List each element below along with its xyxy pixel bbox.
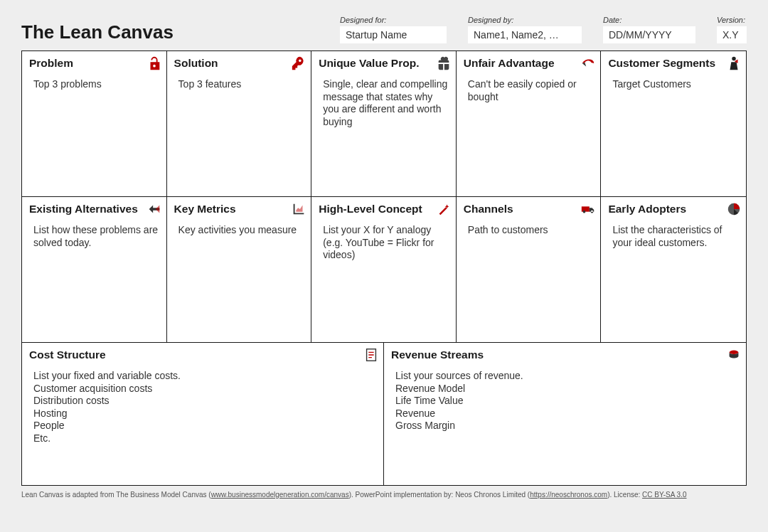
block-channels: Channels Path to customers — [457, 197, 602, 343]
cost-line: Etc. — [33, 432, 376, 445]
date-label: Date: — [603, 16, 695, 24]
footer-link-neos[interactable]: https://neoschronos.com — [530, 491, 607, 499]
chart-icon — [291, 201, 306, 217]
designed-by-label: Designed by: — [468, 16, 582, 24]
cost-line: List your fixed and variable costs. — [33, 370, 376, 383]
cost-line: Distribution costs — [33, 395, 376, 408]
designed-by-input[interactable] — [468, 26, 582, 43]
existing-body: List how these problems are solved today… — [29, 224, 159, 249]
version-input[interactable] — [717, 26, 747, 43]
footer-text: ). PowerPoint implementation by: Neos Ch… — [349, 491, 530, 499]
canvas-grid: Problem Top 3 problems Solution Top 3 fe… — [21, 50, 747, 486]
early-title: Early Adopters — [608, 203, 739, 216]
wand-icon — [436, 201, 452, 217]
version-label: Version: — [717, 16, 747, 24]
block-existing: Existing Alternatives List how these pro… — [22, 197, 167, 343]
block-unfair: Unfair Advantage Can't be easily copied … — [457, 51, 602, 197]
concept-title: High-Level Concept — [319, 203, 449, 216]
arrows-icon — [146, 201, 162, 217]
cost-line: Hosting — [33, 408, 376, 420]
pie-icon — [726, 201, 742, 217]
boomerang-icon — [580, 55, 596, 71]
problem-body: Top 3 problems — [29, 78, 159, 91]
revenue-body: List your sources of revenue. Revenue Mo… — [391, 370, 739, 432]
person-icon — [726, 55, 742, 71]
block-uvp: Unique Value Prop. Single, clear and com… — [311, 51, 457, 197]
channels-body: Path to customers — [464, 224, 594, 237]
cost-line: People — [33, 420, 376, 432]
block-segments: Customer Segments Target Customers — [601, 51, 746, 197]
revenue-line: Gross Margin — [395, 420, 739, 432]
footer-text: ). License: — [607, 491, 642, 499]
truck-icon — [580, 201, 596, 217]
svg-point-2 — [730, 351, 739, 355]
segments-body: Target Customers — [608, 78, 739, 91]
block-cost: Cost Structure List your fixed and varia… — [22, 343, 384, 485]
header: The Lean Canvas Designed for: Designed b… — [21, 16, 747, 43]
cost-body: List your fixed and variable costs. Cust… — [29, 370, 376, 445]
gift-icon — [436, 55, 452, 71]
footer-text: Lean Canvas is adapted from The Business… — [21, 491, 211, 499]
revenue-line: List your sources of revenue. — [395, 370, 739, 383]
metrics-body: Key activities you measure — [174, 224, 304, 237]
early-body: List the characteristics of your ideal c… — [608, 224, 739, 249]
coins-icon — [726, 347, 742, 363]
problem-title: Problem — [29, 57, 159, 70]
block-solution: Solution Top 3 features — [167, 51, 312, 197]
block-metrics: Key Metrics Key activities you measure — [167, 197, 312, 343]
revenue-line: Revenue Model — [395, 383, 739, 395]
channels-title: Channels — [464, 203, 594, 216]
footer-link-license[interactable]: CC BY-SA 3.0 — [642, 491, 686, 499]
invoice-icon — [363, 347, 379, 363]
segments-title: Customer Segments — [608, 57, 739, 70]
existing-title: Existing Alternatives — [29, 203, 159, 216]
uvp-title: Unique Value Prop. — [319, 57, 449, 70]
revenue-line: Life Time Value — [395, 395, 739, 408]
page-title: The Lean Canvas — [21, 21, 277, 43]
date-input[interactable] — [603, 26, 695, 43]
block-revenue: Revenue Streams List your sources of rev… — [384, 343, 746, 485]
lock-icon — [146, 55, 162, 71]
uvp-body: Single, clear and compelling message tha… — [319, 78, 449, 128]
solution-title: Solution — [174, 57, 304, 70]
cost-line: Customer acquisition costs — [33, 383, 376, 395]
footer-link-bmc[interactable]: www.businessmodelgeneration.com/canvas — [211, 491, 349, 499]
block-problem: Problem Top 3 problems — [22, 51, 167, 197]
block-early: Early Adopters List the characteristics … — [601, 197, 746, 343]
metrics-title: Key Metrics — [174, 203, 304, 216]
revenue-line: Revenue — [395, 408, 739, 420]
cost-title: Cost Structure — [29, 349, 376, 361]
meta-fields: Designed for: Designed by: Date: Version… — [340, 16, 747, 43]
key-icon — [291, 55, 306, 71]
concept-body: List your X for Y analogy (e.g. YouTube … — [319, 224, 449, 262]
unfair-body: Can't be easily copied or bought — [464, 78, 594, 103]
block-concept: High-Level Concept List your X for Y ana… — [311, 197, 457, 343]
footer-attribution: Lean Canvas is adapted from The Business… — [21, 490, 747, 499]
designed-for-label: Designed for: — [340, 16, 447, 24]
solution-body: Top 3 features — [174, 78, 304, 91]
revenue-title: Revenue Streams — [391, 349, 739, 361]
unfair-title: Unfair Advantage — [464, 57, 594, 70]
designed-for-input[interactable] — [340, 26, 447, 43]
